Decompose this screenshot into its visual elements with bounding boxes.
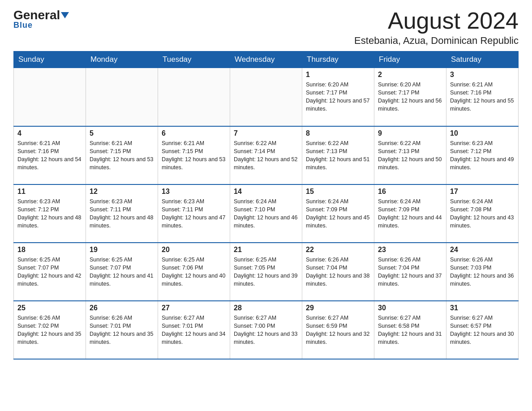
day-number: 18 — [17, 246, 82, 254]
day-info: Sunrise: 6:26 AMSunset: 7:01 PMDaylight:… — [90, 314, 154, 347]
day-info: Sunrise: 6:26 AMSunset: 7:02 PMDaylight:… — [17, 314, 82, 347]
day-number: 22 — [306, 246, 370, 254]
calendar-cell: 22Sunrise: 6:26 AMSunset: 7:04 PMDayligh… — [302, 243, 374, 301]
calendar-cell — [158, 68, 230, 126]
calendar-cell — [230, 68, 302, 126]
logo-blue-text: Blue — [13, 21, 33, 30]
day-number: 5 — [90, 129, 154, 137]
calendar-cell: 27Sunrise: 6:27 AMSunset: 7:01 PMDayligh… — [158, 301, 230, 359]
day-number: 19 — [90, 246, 154, 254]
header-day-tuesday: Tuesday — [158, 51, 230, 68]
calendar-week-4: 18Sunrise: 6:25 AMSunset: 7:07 PMDayligh… — [14, 243, 519, 301]
calendar-cell: 29Sunrise: 6:27 AMSunset: 6:59 PMDayligh… — [302, 301, 374, 359]
day-number: 6 — [162, 129, 226, 137]
day-info: Sunrise: 6:20 AMSunset: 7:17 PMDaylight:… — [306, 81, 370, 113]
calendar-cell: 24Sunrise: 6:26 AMSunset: 7:03 PMDayligh… — [446, 243, 519, 301]
day-number: 16 — [378, 188, 442, 196]
day-number: 14 — [234, 188, 298, 196]
day-info: Sunrise: 6:27 AMSunset: 6:59 PMDaylight:… — [306, 314, 370, 347]
day-number: 24 — [450, 246, 515, 254]
day-number: 13 — [162, 188, 226, 196]
calendar-subtitle: Estebania, Azua, Dominican Republic — [354, 35, 519, 47]
calendar-cell: 11Sunrise: 6:23 AMSunset: 7:12 PMDayligh… — [14, 184, 86, 243]
calendar-cell: 2Sunrise: 6:20 AMSunset: 7:17 PMDaylight… — [374, 68, 446, 126]
calendar-cell: 17Sunrise: 6:24 AMSunset: 7:08 PMDayligh… — [446, 184, 519, 243]
day-number: 2 — [378, 71, 442, 79]
calendar-cell: 13Sunrise: 6:23 AMSunset: 7:11 PMDayligh… — [158, 184, 230, 243]
calendar-cell: 30Sunrise: 6:27 AMSunset: 6:58 PMDayligh… — [374, 301, 446, 359]
calendar-week-1: 1Sunrise: 6:20 AMSunset: 7:17 PMDaylight… — [14, 68, 519, 126]
day-info: Sunrise: 6:23 AMSunset: 7:11 PMDaylight:… — [162, 197, 226, 230]
day-number: 12 — [90, 188, 154, 196]
day-number: 28 — [234, 304, 298, 312]
calendar-title: August 2024 — [354, 9, 519, 32]
calendar-cell: 23Sunrise: 6:26 AMSunset: 7:04 PMDayligh… — [374, 243, 446, 301]
header-day-monday: Monday — [86, 51, 158, 68]
calendar-cell: 20Sunrise: 6:25 AMSunset: 7:06 PMDayligh… — [158, 243, 230, 301]
calendar-cell: 19Sunrise: 6:25 AMSunset: 7:07 PMDayligh… — [86, 243, 158, 301]
day-number: 4 — [17, 129, 82, 137]
day-info: Sunrise: 6:21 AMSunset: 7:15 PMDaylight:… — [162, 139, 226, 172]
logo: General Blue — [13, 9, 69, 30]
day-info: Sunrise: 6:24 AMSunset: 7:08 PMDaylight:… — [450, 197, 515, 230]
day-info: Sunrise: 6:27 AMSunset: 6:57 PMDaylight:… — [450, 314, 515, 347]
day-number: 9 — [378, 129, 442, 137]
day-number: 27 — [162, 304, 226, 312]
day-info: Sunrise: 6:27 AMSunset: 7:01 PMDaylight:… — [162, 314, 226, 347]
logo-text: General — [13, 9, 69, 21]
day-number: 10 — [450, 129, 515, 137]
calendar-cell: 26Sunrise: 6:26 AMSunset: 7:01 PMDayligh… — [86, 301, 158, 359]
calendar-week-2: 4Sunrise: 6:21 AMSunset: 7:16 PMDaylight… — [14, 126, 519, 184]
calendar-week-3: 11Sunrise: 6:23 AMSunset: 7:12 PMDayligh… — [14, 184, 519, 243]
day-number: 1 — [306, 71, 370, 79]
header-day-friday: Friday — [374, 51, 446, 68]
calendar-cell: 31Sunrise: 6:27 AMSunset: 6:57 PMDayligh… — [446, 301, 519, 359]
day-info: Sunrise: 6:22 AMSunset: 7:14 PMDaylight:… — [234, 139, 298, 172]
day-info: Sunrise: 6:26 AMSunset: 7:04 PMDaylight:… — [306, 256, 370, 288]
calendar-table: SundayMondayTuesdayWednesdayThursdayFrid… — [13, 51, 519, 360]
day-number: 29 — [306, 304, 370, 312]
day-info: Sunrise: 6:27 AMSunset: 7:00 PMDaylight:… — [234, 314, 298, 347]
day-info: Sunrise: 6:24 AMSunset: 7:09 PMDaylight:… — [378, 197, 442, 230]
day-number: 26 — [90, 304, 154, 312]
calendar-cell: 8Sunrise: 6:22 AMSunset: 7:13 PMDaylight… — [302, 126, 374, 184]
page-header: General Blue August 2024 Estebania, Azua… — [13, 9, 519, 47]
calendar-cell: 1Sunrise: 6:20 AMSunset: 7:17 PMDaylight… — [302, 68, 374, 126]
calendar-cell — [14, 68, 86, 126]
calendar-cell: 3Sunrise: 6:21 AMSunset: 7:16 PMDaylight… — [446, 68, 519, 126]
calendar-cell: 5Sunrise: 6:21 AMSunset: 7:15 PMDaylight… — [86, 126, 158, 184]
calendar-cell: 7Sunrise: 6:22 AMSunset: 7:14 PMDaylight… — [230, 126, 302, 184]
day-number: 8 — [306, 129, 370, 137]
header-day-wednesday: Wednesday — [230, 51, 302, 68]
calendar-cell: 28Sunrise: 6:27 AMSunset: 7:00 PMDayligh… — [230, 301, 302, 359]
day-info: Sunrise: 6:24 AMSunset: 7:09 PMDaylight:… — [306, 197, 370, 230]
day-info: Sunrise: 6:25 AMSunset: 7:07 PMDaylight:… — [90, 256, 154, 288]
day-number: 20 — [162, 246, 226, 254]
day-info: Sunrise: 6:21 AMSunset: 7:15 PMDaylight:… — [90, 139, 154, 172]
day-number: 17 — [450, 188, 515, 196]
calendar-cell: 21Sunrise: 6:25 AMSunset: 7:05 PMDayligh… — [230, 243, 302, 301]
header-day-sunday: Sunday — [14, 51, 86, 68]
logo-triangle-icon — [61, 12, 69, 18]
day-info: Sunrise: 6:25 AMSunset: 7:06 PMDaylight:… — [162, 256, 226, 288]
day-info: Sunrise: 6:20 AMSunset: 7:17 PMDaylight:… — [378, 81, 442, 113]
day-info: Sunrise: 6:26 AMSunset: 7:03 PMDaylight:… — [450, 256, 515, 288]
calendar-cell: 4Sunrise: 6:21 AMSunset: 7:16 PMDaylight… — [14, 126, 86, 184]
header-day-thursday: Thursday — [302, 51, 374, 68]
day-number: 15 — [306, 188, 370, 196]
day-info: Sunrise: 6:24 AMSunset: 7:10 PMDaylight:… — [234, 197, 298, 230]
calendar-cell: 10Sunrise: 6:23 AMSunset: 7:12 PMDayligh… — [446, 126, 519, 184]
calendar-cell: 12Sunrise: 6:23 AMSunset: 7:11 PMDayligh… — [86, 184, 158, 243]
calendar-cell: 6Sunrise: 6:21 AMSunset: 7:15 PMDaylight… — [158, 126, 230, 184]
day-info: Sunrise: 6:21 AMSunset: 7:16 PMDaylight:… — [17, 139, 82, 172]
day-info: Sunrise: 6:23 AMSunset: 7:11 PMDaylight:… — [90, 197, 154, 230]
calendar-cell: 9Sunrise: 6:22 AMSunset: 7:13 PMDaylight… — [374, 126, 446, 184]
header-day-saturday: Saturday — [446, 51, 519, 68]
title-block: August 2024 Estebania, Azua, Dominican R… — [354, 9, 519, 47]
calendar-cell — [86, 68, 158, 126]
day-info: Sunrise: 6:25 AMSunset: 7:07 PMDaylight:… — [17, 256, 82, 288]
day-number: 31 — [450, 304, 515, 312]
calendar-header-row: SundayMondayTuesdayWednesdayThursdayFrid… — [14, 51, 519, 68]
day-number: 30 — [378, 304, 442, 312]
calendar-cell: 25Sunrise: 6:26 AMSunset: 7:02 PMDayligh… — [14, 301, 86, 359]
